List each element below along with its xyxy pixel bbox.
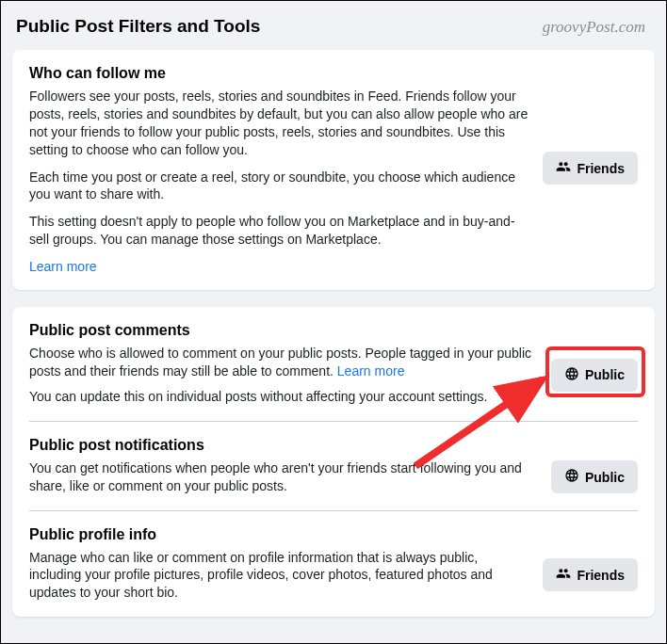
globe-icon <box>564 468 579 486</box>
follow-value-label: Friends <box>577 161 625 176</box>
notifications-value-label: Public <box>585 470 625 485</box>
comments-desc: Choose who is allowed to comment on your… <box>29 346 531 378</box>
comments-title: Public post comments <box>29 322 638 339</box>
globe-icon <box>564 366 579 384</box>
friends-icon <box>556 159 571 177</box>
profile-desc: Manage who can like or comment on profil… <box>29 549 529 603</box>
follow-learn-more-link[interactable]: Learn more <box>29 259 97 274</box>
notifications-title: Public post notifications <box>29 437 638 454</box>
comments-body: Choose who is allowed to comment on your… <box>29 345 538 406</box>
profile-section: Public profile info Manage who can like … <box>29 526 638 603</box>
notifications-section: Public post notifications You can get no… <box>29 437 638 495</box>
profile-title: Public profile info <box>29 526 638 543</box>
follow-title: Who can follow me <box>29 65 638 82</box>
follow-p2: Each time you post or create a reel, sto… <box>29 169 529 204</box>
profile-value-label: Friends <box>577 568 625 583</box>
follow-p3: This setting doesn't apply to people who… <box>29 213 529 249</box>
comments-value-label: Public <box>585 367 625 382</box>
profile-value-button[interactable]: Friends <box>543 558 638 591</box>
notifications-value-button[interactable]: Public <box>551 460 638 493</box>
comments-subdesc: You can update this on individual posts … <box>29 388 538 406</box>
follow-section: Who can follow me Followers see your pos… <box>12 50 655 290</box>
follow-description: Followers see your posts, reels, stories… <box>29 88 529 249</box>
follow-p1: Followers see your posts, reels, stories… <box>29 88 529 159</box>
follow-value-button[interactable]: Friends <box>543 152 638 185</box>
notifications-desc: You can get notifications when people wh… <box>29 459 538 495</box>
watermark: groovyPost.com <box>543 18 645 37</box>
divider <box>29 421 638 422</box>
divider <box>29 510 638 511</box>
public-posts-card: Public post comments Choose who is allow… <box>12 307 655 617</box>
comments-learn-more-link[interactable]: Learn more <box>337 363 405 378</box>
comments-value-button[interactable]: Public <box>551 359 638 392</box>
comments-section: Public post comments Choose who is allow… <box>29 322 638 406</box>
friends-icon <box>556 566 571 584</box>
